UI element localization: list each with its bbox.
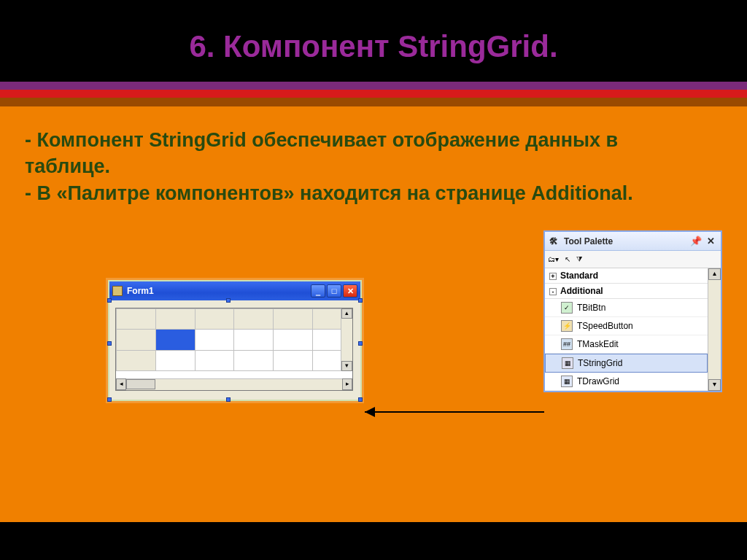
pin-icon[interactable]: 📌: [690, 236, 702, 247]
stringgrid-table: [116, 308, 352, 371]
expand-icon: +: [549, 273, 557, 280]
tool-palette-panel: 🛠 Tool Palette 📌 ✕ 🗂 ▾ ↖ ⧩ +Standard: [543, 230, 722, 392]
tdrawgrid-icon: ▦: [561, 376, 573, 387]
body-line-2: - В «Палитре компонентов» находится на с…: [25, 180, 703, 206]
grid-cell-fixed: [117, 309, 156, 330]
grid-cell[interactable]: [195, 330, 234, 350]
palette-item-tstringgrid[interactable]: ▦ TStringGrid: [545, 354, 708, 373]
form1-window: Form1 ‗ □ ✕: [108, 280, 362, 401]
category-additional[interactable]: -Additional: [545, 284, 708, 299]
tool-palette-icon: 🛠: [549, 236, 560, 246]
tmaskedit-icon: ##: [561, 338, 573, 350]
category-standard-label: Standard: [560, 271, 598, 281]
grid-vscrollbar[interactable]: ▴ ▾: [341, 308, 352, 371]
filter-button[interactable]: ⧩: [576, 255, 582, 264]
scroll-left-icon[interactable]: ◂: [116, 378, 126, 390]
grid-cell-selected[interactable]: [155, 330, 195, 350]
form1-title: Form1: [127, 286, 154, 296]
grid-cell[interactable]: [274, 350, 313, 370]
grid-cell[interactable]: [274, 330, 313, 350]
pointer-icon: ↖: [565, 255, 570, 263]
connector-arrow: [365, 411, 544, 413]
grid-cell[interactable]: [234, 350, 274, 370]
tbitbtn-icon: ✓: [561, 302, 573, 314]
form1-titlebar[interactable]: Form1 ‗ □ ✕: [109, 281, 360, 300]
category-standard[interactable]: +Standard: [545, 268, 708, 284]
tool-palette-list: +Standard -Additional ✓ TBitBtn ⚡ TSpeed…: [545, 268, 708, 391]
designer-handle[interactable]: [107, 298, 112, 303]
scroll-up-icon[interactable]: ▴: [708, 268, 721, 280]
filter-icon: ⧩: [576, 255, 582, 264]
palette-vscrollbar[interactable]: ▴ ▾: [708, 268, 721, 391]
grid-cell-fixed: [274, 309, 313, 330]
designer-handle[interactable]: [358, 298, 363, 303]
palette-item-tbitbtn[interactable]: ✓ TBitBtn: [545, 299, 708, 317]
grid-cell[interactable]: [195, 350, 234, 370]
stringgrid-control[interactable]: ▴ ▾ ◂ ▸: [115, 308, 353, 391]
tool-palette-toolbar: 🗂 ▾ ↖ ⧩: [545, 251, 721, 268]
body-line-1: - Компонент StringGrid обеспечивает отоб…: [25, 127, 703, 180]
scroll-down-icon[interactable]: ▾: [708, 379, 721, 391]
grid-cell-fixed: [234, 309, 274, 330]
grid-cell-fixed: [195, 309, 234, 330]
designer-handle[interactable]: [107, 397, 112, 402]
categories-dropdown[interactable]: 🗂 ▾: [548, 255, 559, 263]
chevron-down-icon: ▾: [555, 255, 559, 263]
scroll-thumb[interactable]: [126, 379, 155, 389]
close-icon[interactable]: ✕: [705, 236, 716, 247]
divider-stripes: [0, 82, 747, 106]
tspeedbutton-icon: ⚡: [561, 320, 573, 332]
designer-handle[interactable]: [107, 341, 112, 346]
designer-handle[interactable]: [226, 298, 231, 303]
palette-item-tdrawgrid[interactable]: ▦ TDrawGrid: [545, 373, 708, 391]
palette-item-tmaskedit[interactable]: ## TMaskEdit: [545, 335, 708, 354]
palette-item-label: TSpeedButton: [577, 321, 633, 331]
slide-title: 6. Компонент StringGrid.: [0, 0, 747, 82]
tool-palette-header[interactable]: 🛠 Tool Palette 📌 ✕: [545, 232, 721, 251]
categories-icon: 🗂: [548, 255, 555, 263]
tstringgrid-icon: ▦: [562, 357, 573, 369]
palette-item-label: TBitBtn: [577, 303, 605, 313]
designer-handle[interactable]: [358, 341, 363, 346]
maximize-button[interactable]: □: [327, 284, 341, 298]
close-button[interactable]: ✕: [343, 284, 357, 298]
form1-client: ▴ ▾ ◂ ▸: [109, 300, 360, 400]
pointer-tool-button[interactable]: ↖: [565, 255, 570, 263]
tool-palette-title: Tool Palette: [564, 236, 613, 246]
grid-cell[interactable]: [234, 330, 274, 350]
scroll-right-icon[interactable]: ▸: [342, 378, 352, 390]
body-text: - Компонент StringGrid обеспечивает отоб…: [25, 127, 703, 206]
palette-item-label: TDrawGrid: [577, 376, 619, 386]
minimize-button[interactable]: ‗: [311, 284, 325, 298]
collapse-icon: -: [549, 288, 557, 295]
grid-cell-fixed: [117, 350, 156, 370]
grid-cell-fixed: [117, 330, 156, 350]
grid-cell-fixed: [155, 309, 195, 330]
palette-item-label: TMaskEdit: [577, 339, 619, 349]
grid-cell[interactable]: [155, 350, 195, 370]
category-additional-label: Additional: [560, 286, 603, 296]
scroll-down-icon[interactable]: ▾: [341, 361, 352, 371]
designer-handle[interactable]: [226, 397, 231, 402]
palette-item-label: TStringGrid: [578, 358, 622, 368]
slide-body: - Компонент StringGrid обеспечивает отоб…: [0, 106, 747, 522]
grid-hscrollbar[interactable]: ◂ ▸: [116, 378, 352, 390]
palette-item-tspeedbutton[interactable]: ⚡ TSpeedButton: [545, 317, 708, 335]
designer-handle[interactable]: [358, 397, 363, 402]
form1-app-icon: [112, 286, 123, 296]
scroll-up-icon[interactable]: ▴: [341, 308, 352, 319]
